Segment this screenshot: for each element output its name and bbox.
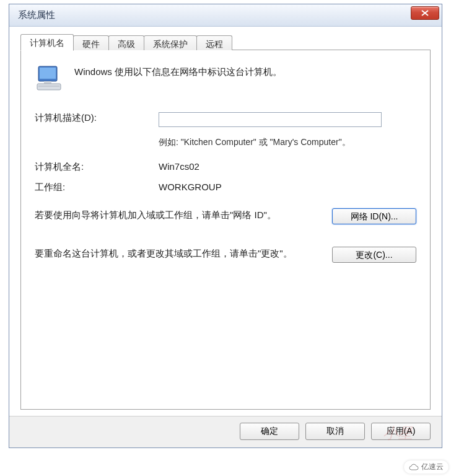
workgroup-row: 工作组: WORKGROUP bbox=[35, 182, 416, 193]
change-row: 要重命名这台计算机，或者更改其域或工作组，请单击"更改"。 更改(C)... bbox=[35, 247, 416, 263]
window-title: 系统属性 bbox=[18, 9, 55, 21]
close-icon bbox=[421, 10, 429, 16]
titlebar: 系统属性 bbox=[9, 4, 442, 27]
content-area: 计算机名 硬件 高级 系统保护 远程 Windows 使用以下信息在网络中标识这… bbox=[9, 27, 442, 416]
svg-rect-2 bbox=[44, 81, 51, 84]
tab-strip: 计算机名 硬件 高级 系统保护 远程 bbox=[20, 34, 431, 50]
tab-computer-name[interactable]: 计算机名 bbox=[20, 34, 74, 51]
tab-hardware[interactable]: 硬件 bbox=[73, 35, 109, 50]
change-text: 要重命名这台计算机，或者更改其域或工作组，请单击"更改"。 bbox=[35, 247, 325, 261]
workgroup-label: 工作组: bbox=[35, 182, 159, 193]
cancel-button[interactable]: 取消 bbox=[305, 423, 365, 440]
cloud-icon bbox=[409, 464, 419, 471]
description-example: 例如: "Kitchen Computer" 或 "Mary's Compute… bbox=[159, 136, 382, 149]
fullname-label: 计算机全名: bbox=[35, 161, 159, 173]
cloud-badge: 亿速云 bbox=[404, 461, 449, 474]
svg-rect-3 bbox=[37, 84, 61, 90]
tab-system-protection[interactable]: 系统保护 bbox=[144, 35, 197, 50]
fullname-row: 计算机全名: Win7cs02 bbox=[35, 161, 416, 173]
cloud-badge-text: 亿速云 bbox=[421, 462, 444, 472]
networkid-row: 若要使用向导将计算机加入域或工作组，请单击"网络 ID"。 网络 ID(N)..… bbox=[35, 208, 416, 224]
tab-remote[interactable]: 远程 bbox=[196, 35, 232, 50]
description-input[interactable] bbox=[159, 112, 382, 127]
intro-text: Windows 使用以下信息在网络中标识这台计算机。 bbox=[74, 64, 282, 78]
fullname-value: Win7cs02 bbox=[159, 161, 416, 172]
svg-rect-1 bbox=[40, 68, 56, 79]
networkid-text: 若要使用向导将计算机加入域或工作组，请单击"网络 ID"。 bbox=[35, 208, 325, 223]
description-label: 计算机描述(D): bbox=[35, 112, 159, 124]
apply-button[interactable]: 应用(A) bbox=[371, 423, 431, 440]
tab-panel: Windows 使用以下信息在网络中标识这台计算机。 计算机描述(D): 例如:… bbox=[20, 50, 431, 410]
close-button[interactable] bbox=[411, 6, 439, 20]
workgroup-value: WORKGROUP bbox=[159, 182, 416, 192]
networkid-button[interactable]: 网络 ID(N)... bbox=[332, 208, 416, 224]
change-button[interactable]: 更改(C)... bbox=[332, 247, 416, 263]
computer-icon bbox=[35, 64, 64, 94]
intro-row: Windows 使用以下信息在网络中标识这台计算机。 bbox=[35, 64, 416, 94]
tab-advanced[interactable]: 高级 bbox=[108, 35, 144, 50]
system-properties-window: 系统属性 计算机名 硬件 高级 系统保护 远程 Windows 使用以下信息在网… bbox=[9, 4, 442, 448]
dialog-button-bar: 确定 取消 应用(A) bbox=[9, 416, 442, 447]
description-row: 计算机描述(D): bbox=[35, 112, 416, 127]
ok-button[interactable]: 确定 bbox=[240, 423, 299, 440]
